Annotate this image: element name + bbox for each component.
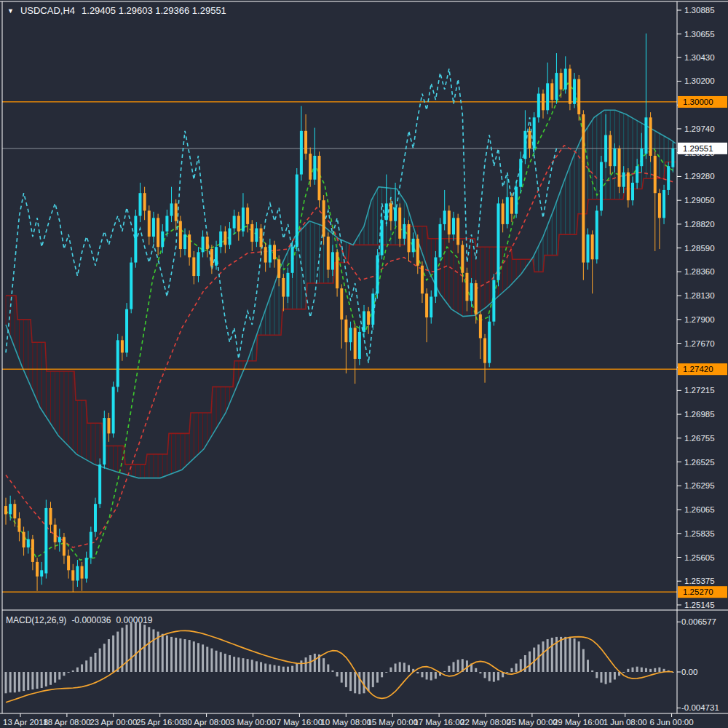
macd-name: MACD(12,26,9) [6,615,66,625]
price-tick-label: 1.26755 [684,434,715,443]
current-price-label-text: 1.29551 [683,144,713,153]
sr-price-label-text: 1.25270 [683,587,713,596]
price-tick-label: 1.27900 [684,315,715,324]
symbol-dropdown-arrow-icon[interactable]: ▼ [7,7,14,15]
time-tick-label: 25 Apr 16:00 [136,718,183,727]
price-tick-label: 1.25145 [684,601,715,609]
price-tick-label: 1.28130 [684,291,715,300]
price-tick-label: 1.29740 [684,124,715,133]
price-tick-label: 1.28820 [684,220,715,229]
time-tick-label: 23 Apr 00:00 [90,718,137,727]
time-tick-label: 29 May 16:00 [553,718,604,727]
chart-title: ▼ USDCAD,H4 1.29405 1.29603 1.29366 1.29… [7,5,226,16]
sr-price-label-text: 1.27420 [683,365,713,373]
time-tick-label: 15 May 00:00 [367,718,418,727]
macd-signal-value: 0.000019 [116,615,152,625]
symbol-period-label: USDCAD,H4 [20,5,75,16]
price-tick-label: 1.30655 [684,30,715,39]
price-tick-label: 1.30430 [684,53,715,62]
sr-price-label-text: 1.30000 [683,98,713,106]
time-tick-label: 30 Apr 08:00 [183,718,230,727]
time-tick-label: 25 May 00:00 [507,718,558,727]
price-tick-label: 1.25835 [684,529,715,538]
time-tick-label: 13 Apr 2018 [3,718,48,727]
time-tick-label: 18 Apr 08:00 [43,718,90,727]
price-tick-label: 1.26525 [684,458,715,467]
price-tick-label: 1.26295 [684,481,715,490]
price-tick-label: 1.28360 [684,267,715,276]
mt4-chart-window: 1.308851.306551.304301.302001.299701.297… [0,0,728,728]
price-tick-label: 1.30200 [684,76,715,85]
time-tick-label: 6 Jun 00:00 [650,718,694,727]
price-tick-label: 1.26985 [684,410,715,419]
price-tick-label: 1.26065 [684,505,715,514]
time-tick-label: 17 May 16:00 [414,718,464,727]
time-tick-label: 22 May 08:00 [460,718,511,727]
macd-indicator-label: MACD(12,26,9) -0.000036 0.000019 [6,615,152,625]
price-tick-label: 1.30885 [684,6,715,15]
price-tick-label: 1.28590 [684,244,715,253]
price-tick-label: 1.25375 [684,577,715,585]
macd-tick-label: 0.006577 [681,617,716,626]
price-tick-label: 1.29050 [684,196,715,205]
time-tick-label: 7 May 16:00 [277,718,323,727]
ohlc-values: 1.29405 1.29603 1.29366 1.29551 [82,5,226,16]
time-tick-label: 10 May 08:00 [320,718,371,727]
time-tick-label: 3 May 00:00 [230,718,276,727]
macd-tick-label: 0.00 [681,668,697,676]
price-tick-label: 1.27215 [684,386,715,395]
price-tick-label: 1.25605 [684,553,715,562]
time-tick-label: 1 Jun 08:00 [604,718,647,727]
price-tick-label: 1.29280 [684,172,715,181]
price-tick-label: 1.27670 [684,339,715,348]
macd-main-value: -0.000036 [71,615,111,625]
macd-tick-label: -0.004731 [681,703,719,712]
